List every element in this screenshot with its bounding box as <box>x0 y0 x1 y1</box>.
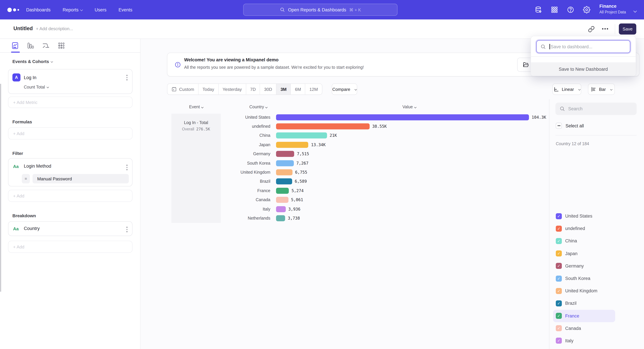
bar[interactable] <box>276 133 327 139</box>
add-metric-button[interactable]: + Add Metric <box>8 96 132 108</box>
metric-name[interactable]: Log In <box>24 75 36 80</box>
country-legend-item[interactable]: ✓ United States <box>553 210 615 222</box>
tab-funnels-icon[interactable] <box>26 41 34 50</box>
search-icon <box>280 7 285 12</box>
nav-item[interactable]: Events <box>118 7 132 12</box>
metric-menu-icon[interactable] <box>126 75 128 80</box>
country-checkbox[interactable]: ✓ <box>556 275 562 282</box>
date-range-option[interactable]: 30D <box>260 84 276 94</box>
linear-axis-icon <box>554 86 559 92</box>
country-legend-item[interactable]: ✓ Italy <box>553 335 615 347</box>
date-range-option[interactable]: Today <box>198 84 218 94</box>
country-checkbox[interactable]: ✓ <box>556 213 562 219</box>
column-header-country[interactable]: Country <box>235 105 282 109</box>
bar[interactable] <box>276 123 370 129</box>
filter-menu-icon[interactable] <box>126 165 128 170</box>
country-legend-item[interactable]: ✓ Brazil <box>553 297 615 310</box>
project-selector[interactable]: Finance All Project Data <box>600 3 626 15</box>
date-range-option[interactable]: 3M <box>276 84 291 94</box>
save-to-new-dashboard-button[interactable]: Save to New Dashboard <box>531 62 636 76</box>
nav-item[interactable]: Reports <box>63 7 83 12</box>
country-legend-item[interactable]: ✓ undefined <box>553 222 615 235</box>
filter-value[interactable]: Manual Password <box>32 174 129 183</box>
events-cohorts-header[interactable]: Events & Cohorts <box>12 59 53 64</box>
country-checkbox[interactable]: ✓ <box>556 313 562 319</box>
mixpanel-logo-icon[interactable] <box>8 0 19 19</box>
bar[interactable] <box>276 160 294 166</box>
select-all-checkbox[interactable] <box>556 123 562 129</box>
settings-gear-icon[interactable] <box>583 6 590 13</box>
value-label: 21K <box>330 133 337 138</box>
date-range-option[interactable]: Custom <box>167 84 198 94</box>
country-legend-item[interactable]: ✓ Canada <box>553 322 615 335</box>
scale-selector-button[interactable]: Linear <box>552 83 581 95</box>
add-breakdown-button[interactable]: + Add <box>8 241 132 253</box>
nav-item[interactable]: Dashboards <box>26 7 51 12</box>
breakdown-property-name[interactable]: Country <box>24 226 40 231</box>
filter-card-login-method[interactable]: Aa Login Method = Manual Password <box>8 158 132 186</box>
legend-search-input[interactable]: Search <box>556 103 636 115</box>
global-search-input[interactable]: Open Reports & Dashboards ⌘ + K <box>243 4 398 16</box>
date-range-option[interactable]: Yesterday <box>218 84 246 94</box>
country-legend-item[interactable]: ✓ United Kingdom <box>553 285 615 297</box>
add-filter-button[interactable]: + Add <box>8 190 132 202</box>
country-checkbox[interactable]: ✓ <box>556 338 562 344</box>
help-icon[interactable] <box>567 6 574 13</box>
bar[interactable] <box>276 179 292 185</box>
breakdown-menu-icon[interactable] <box>126 227 128 232</box>
country-legend-item[interactable]: ✓ Japan <box>553 247 615 260</box>
bar[interactable] <box>276 151 294 157</box>
save-to-dashboard-input[interactable]: Save to dashboard... <box>536 40 630 53</box>
date-range-option[interactable]: 6M <box>291 84 306 94</box>
country-name: South Korea <box>565 276 590 281</box>
column-header-value[interactable]: Value <box>376 105 443 109</box>
report-title[interactable]: Untitled <box>14 25 33 31</box>
bar[interactable] <box>276 206 286 212</box>
breakdown-card-country[interactable]: Aa Country <box>8 221 132 236</box>
chevron-down-icon[interactable] <box>632 8 636 14</box>
nav-item[interactable]: Users <box>94 7 106 12</box>
bar[interactable] <box>276 114 529 120</box>
country-legend-item[interactable]: ✓ France <box>553 310 615 322</box>
metric-card-log-in[interactable]: A Log In Count Total <box>8 69 132 94</box>
country-checkbox[interactable]: ✓ <box>556 238 562 244</box>
tab-retention-icon[interactable] <box>57 41 66 50</box>
country-legend-item[interactable]: ✓ China <box>553 235 615 247</box>
compare-button[interactable]: Compare <box>332 83 357 95</box>
date-range-option[interactable]: 12M <box>306 84 322 94</box>
country-legend-item[interactable]: ✓ South Korea <box>553 272 615 285</box>
metric-aggregation[interactable]: Count Total <box>24 85 49 89</box>
project-name: Finance <box>600 3 626 10</box>
bar[interactable] <box>276 169 292 175</box>
country-checkbox[interactable]: ✓ <box>556 226 562 232</box>
column-header-event[interactable]: Event <box>172 105 221 109</box>
country-checkbox[interactable]: ✓ <box>556 263 562 269</box>
more-options-icon[interactable] <box>602 28 608 29</box>
country-legend-item[interactable]: ✓ Netherlands <box>553 347 615 349</box>
country-checkbox[interactable]: ✓ <box>556 300 562 307</box>
bar[interactable] <box>276 142 308 148</box>
country-checkbox[interactable]: ✓ <box>556 325 562 332</box>
add-formula-button[interactable]: + Add <box>8 127 132 139</box>
country-checkbox[interactable]: ✓ <box>556 250 562 257</box>
apps-grid-icon[interactable] <box>551 6 558 13</box>
date-range-option[interactable]: 7D <box>246 84 260 94</box>
filter-property-name[interactable]: Login Method <box>24 164 51 169</box>
copy-link-icon[interactable] <box>588 26 595 32</box>
country-label: Japan <box>221 142 270 147</box>
value-label: 104.3K <box>532 115 546 119</box>
select-all-row[interactable]: Select all <box>556 123 584 129</box>
save-button[interactable]: Save <box>619 23 636 34</box>
bar[interactable] <box>276 188 289 194</box>
chart-type-button[interactable]: Bar <box>588 83 615 95</box>
tab-flows-icon[interactable] <box>42 41 50 50</box>
bar-row: Netherlands 3,738 <box>221 214 546 223</box>
bar[interactable] <box>276 197 288 203</box>
data-management-icon[interactable] <box>535 6 542 13</box>
filter-operator[interactable]: = <box>22 174 30 183</box>
country-legend-item[interactable]: ✓ Germany <box>553 260 615 272</box>
tab-insights-icon[interactable] <box>11 41 19 50</box>
add-description-field[interactable]: + Add description... <box>36 26 73 31</box>
bar[interactable] <box>276 215 285 221</box>
country-checkbox[interactable]: ✓ <box>556 288 562 294</box>
